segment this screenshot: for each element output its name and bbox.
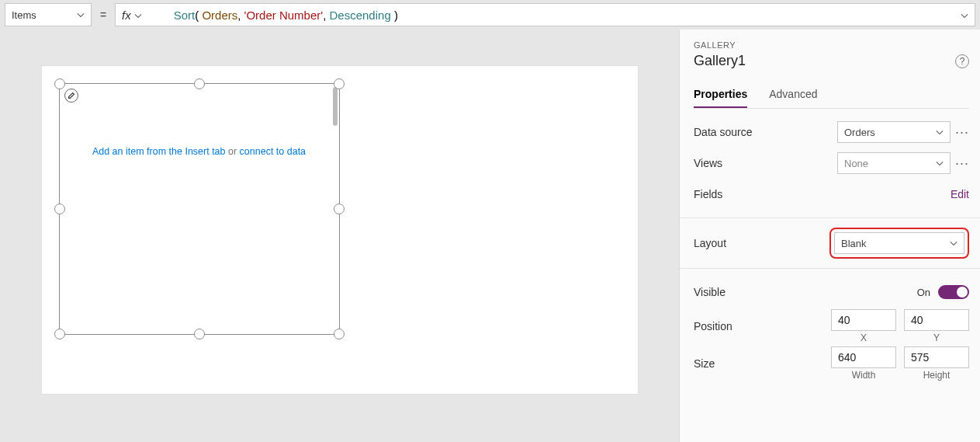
label-size: Size — [694, 357, 715, 370]
workspace: Add an item from the Insert tab or conne… — [0, 30, 980, 442]
row-position: Position X Y — [694, 308, 969, 345]
row-fields: Fields Edit — [694, 179, 969, 210]
resize-handle[interactable] — [54, 78, 65, 89]
resize-handle[interactable] — [54, 204, 65, 214]
chevron-down-icon — [134, 12, 142, 19]
gallery-hint: Add an item from the Insert tab or conne… — [60, 146, 339, 157]
position-y-input[interactable] — [904, 309, 969, 331]
app-screen[interactable]: Add an item from the Insert tab or conne… — [41, 65, 639, 395]
label-visible: Visible — [694, 286, 725, 298]
resize-handle[interactable] — [334, 78, 345, 89]
canvas-area: Add an item from the Insert tab or conne… — [0, 30, 679, 442]
views-value: None — [844, 158, 868, 169]
fields-edit-link[interactable]: Edit — [951, 188, 969, 200]
label-fields: Fields — [694, 188, 722, 200]
label-data-source: Data source — [694, 126, 752, 138]
label-views: Views — [694, 157, 722, 169]
formula-input[interactable]: fx Sort( Orders, 'Order Number', Descend… — [115, 3, 975, 26]
layout-select[interactable]: Blank — [834, 232, 964, 254]
resize-handle[interactable] — [194, 329, 205, 339]
views-select[interactable]: None — [837, 152, 951, 174]
divider — [680, 218, 980, 218]
layout-highlight: Blank — [829, 228, 969, 259]
fx-dropdown[interactable] — [134, 9, 142, 22]
hint-mid: or — [226, 146, 240, 157]
chevron-down-icon — [77, 11, 85, 19]
control-name[interactable]: Gallery1 — [694, 53, 746, 69]
panel-tabs: Properties Advanced — [694, 82, 969, 109]
chevron-down-icon — [961, 12, 968, 19]
data-source-value: Orders — [844, 127, 875, 138]
row-size: Size Width Height — [694, 345, 969, 382]
label-height: Height — [904, 370, 969, 381]
row-visible: Visible On — [694, 277, 969, 308]
property-selector[interactable]: Items — [5, 3, 92, 26]
properties-panel: GALLERY Gallery1 ? Properties Advanced D… — [679, 30, 980, 442]
equals-sign: = — [98, 9, 109, 21]
formula-expand[interactable] — [961, 9, 968, 22]
row-data-source: Data source Orders ··· — [694, 117, 969, 148]
chevron-down-icon — [936, 159, 944, 167]
chevron-down-icon — [936, 128, 944, 136]
size-height-input[interactable] — [904, 346, 969, 368]
label-layout: Layout — [694, 237, 726, 249]
gallery-control[interactable]: Add an item from the Insert tab or conne… — [59, 83, 340, 335]
hint-insert-link[interactable]: Add an item from the Insert tab — [92, 146, 226, 157]
data-source-more[interactable]: ··· — [955, 128, 969, 136]
visible-state-text: On — [917, 287, 930, 298]
size-width-input[interactable] — [831, 346, 896, 368]
views-more[interactable]: ··· — [955, 159, 969, 167]
tab-advanced[interactable]: Advanced — [769, 82, 817, 108]
visible-toggle[interactable] — [938, 285, 969, 299]
formula-text: Sort( Orders, 'Order Number', Descending… — [154, 0, 398, 35]
position-x-input[interactable] — [831, 309, 896, 331]
divider — [680, 268, 980, 269]
data-source-select[interactable]: Orders — [837, 121, 951, 143]
resize-handle[interactable] — [194, 78, 205, 89]
label-position: Position — [694, 320, 732, 332]
hint-connect-link[interactable]: connect to data — [240, 146, 306, 157]
fx-label: fx — [122, 9, 131, 22]
resize-handle[interactable] — [334, 329, 345, 339]
row-layout: Layout Blank — [694, 226, 969, 260]
row-views: Views None ··· — [694, 148, 969, 179]
chevron-down-icon — [950, 239, 957, 247]
tab-properties[interactable]: Properties — [694, 82, 747, 108]
resize-handle[interactable] — [334, 204, 345, 214]
control-type-label: GALLERY — [694, 40, 969, 50]
gallery-scrollbar[interactable] — [333, 87, 338, 126]
resize-handle[interactable] — [54, 329, 65, 339]
edit-gallery-button[interactable] — [64, 89, 78, 103]
pencil-icon — [68, 92, 75, 99]
label-x: X — [831, 332, 896, 343]
formula-bar: Items = fx Sort( Orders, 'Order Number',… — [0, 0, 980, 30]
property-selector-label: Items — [12, 9, 36, 21]
label-width: Width — [831, 370, 896, 381]
label-y: Y — [904, 332, 969, 343]
layout-value: Blank — [841, 238, 867, 249]
help-icon[interactable]: ? — [955, 54, 969, 68]
